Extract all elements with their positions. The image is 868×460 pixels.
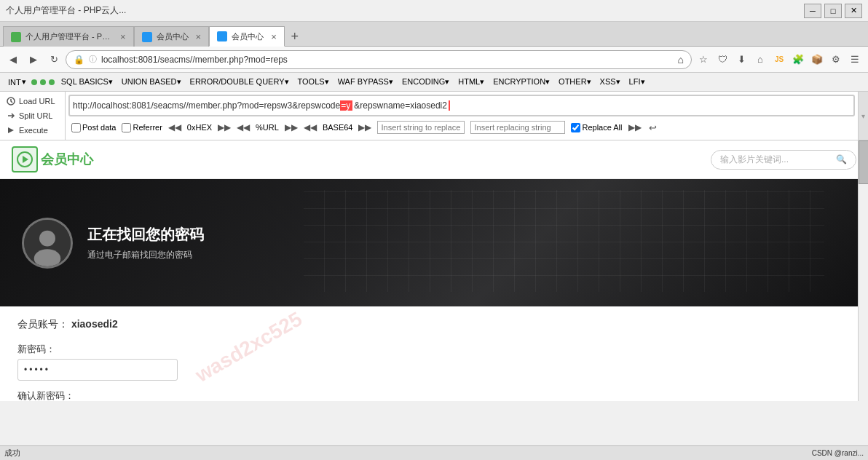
insert-replacing-input[interactable] (470, 121, 565, 134)
0xhex-arrow-right: ▶▶ (218, 122, 231, 132)
undo-icon[interactable]: ↩ (647, 122, 659, 133)
other-menu[interactable]: OTHER▾ (555, 76, 595, 88)
js-icon[interactable]: JS (770, 51, 788, 68)
confirm-password-group: 确认新密码： (17, 389, 851, 401)
site-header: 会员中心 输入影片关键词... 🔍 (0, 140, 868, 179)
referrer-label: Referrer (133, 123, 162, 132)
shield-icon[interactable]: 🛡 (714, 51, 731, 68)
url-input[interactable]: http://localhost:8081/seacms//member.php… (68, 95, 855, 116)
post-data-checkbox[interactable]: Post data (71, 123, 116, 132)
replace-all-check[interactable] (571, 123, 580, 132)
tab-close-1[interactable]: × (120, 31, 126, 42)
logo-icon (12, 146, 38, 172)
tab-label-3: 会员中心 (232, 31, 264, 42)
hackbar-url-area: http://localhost:8081/seacms//member.php… (66, 92, 858, 140)
address-text[interactable]: localhost:8081/seacms//member.php?mod=re… (101, 55, 674, 65)
referrer-checkbox[interactable]: Referrer (122, 123, 162, 132)
address-input-wrap[interactable]: 🔒 ⓘ localhost:8081/seacms//member.php?mo… (66, 50, 692, 69)
hero-banner: 正在找回您的密码 通过电子邮箱找回您的密码 (0, 179, 868, 306)
hero-subtitle: 通过电子邮箱找回您的密码 (87, 249, 204, 261)
status-text: 成功 (4, 448, 20, 459)
encoding-menu[interactable]: ENCODING▾ (398, 76, 453, 88)
base64-arrow-left: ◀◀ (304, 122, 317, 132)
status-bar: 成功 CSDN @ranzi... (0, 445, 868, 460)
sql-dot-3 (49, 79, 55, 85)
tab-close-3[interactable]: × (271, 31, 277, 42)
tools-menu[interactable]: TOOLS▾ (294, 76, 333, 88)
hackbar-button-panel: Load URL Split URL Execute (0, 92, 66, 140)
encryption-menu[interactable]: ENCRYPTION▾ (489, 76, 553, 88)
split-url-icon (6, 111, 16, 121)
referrer-check[interactable] (122, 123, 131, 132)
window-title: 个人用户管理平台 - PHP云人... (6, 4, 126, 17)
union-based-menu[interactable]: UNION BASED▾ (118, 76, 185, 88)
tab-3[interactable]: 会员中心 × (209, 26, 285, 47)
new-password-input[interactable] (17, 359, 178, 381)
forward-button[interactable]: ▶ (25, 51, 42, 68)
tab-bar: 个人用户管理平台 - PHP云人... × 会员中心 × 会员中心 × + (0, 22, 868, 47)
menu-icon[interactable]: ☰ (846, 51, 864, 68)
search-icon[interactable]: 🔍 (836, 154, 847, 164)
extension-icon[interactable]: 🧩 (789, 51, 807, 68)
refresh-button[interactable]: ↻ (45, 51, 63, 68)
load-url-button[interactable]: Load URL (1, 95, 63, 108)
base64-arrow-right: ▶▶ (358, 122, 371, 132)
lfi-menu[interactable]: LFI▾ (626, 76, 649, 88)
hackbar: Load URL Split URL Execute http://localh… (0, 92, 868, 140)
title-bar: 个人用户管理平台 - PHP云人... ─ □ ✕ (0, 0, 868, 22)
addon-icon[interactable]: 📦 (808, 51, 826, 68)
int-label: INT (8, 78, 21, 87)
pcturl-label: %URL (256, 123, 279, 132)
insert-replace-input[interactable] (377, 121, 465, 134)
xss-menu[interactable]: XSS▾ (596, 76, 624, 88)
home-nav-icon[interactable]: ⌂ (751, 51, 769, 68)
sql-basics-menu[interactable]: SQL BASICS▾ (58, 76, 117, 88)
new-password-group: 新密码： (17, 343, 851, 381)
base64-label: BASE64 (323, 123, 353, 132)
new-password-label: 新密码： (17, 343, 851, 356)
int-selector[interactable]: INT ▾ (4, 76, 30, 88)
close-button[interactable]: ✕ (845, 4, 862, 18)
int-chevron: ▾ (22, 77, 26, 87)
tab-favicon-1 (11, 32, 21, 42)
load-url-label: Load URL (19, 97, 55, 106)
tab-close-2[interactable]: × (196, 31, 202, 42)
tab-1[interactable]: 个人用户管理平台 - PHP云人... × (3, 26, 134, 47)
scrollbar-track[interactable] (858, 140, 868, 401)
waf-bypass-menu[interactable]: WAF BYPASS▾ (334, 76, 397, 88)
lock-icon: 🔒 (74, 55, 84, 65)
logo-text: 会员中心 (41, 151, 93, 168)
maximize-button[interactable]: □ (824, 4, 842, 18)
split-url-button[interactable]: Split URL (1, 109, 63, 122)
new-tab-button[interactable]: + (285, 26, 305, 47)
error-query-menu[interactable]: ERROR/DOUBLE QUERY▾ (186, 76, 293, 88)
site-search[interactable]: 输入影片关键词... 🔍 (711, 150, 856, 170)
toolbar-right: ☆ 🛡 ⬇ ⌂ JS 🧩 📦 ⚙ ☰ (695, 51, 864, 68)
replace-all-label: Replace All (582, 123, 622, 132)
address-bar: ◀ ▶ ↻ 🔒 ⓘ localhost:8081/seacms//member.… (0, 47, 868, 73)
star-icon[interactable]: ☆ (695, 51, 712, 68)
scrollbar-thumb[interactable] (859, 140, 868, 184)
pcturl-arrow-right: ▶▶ (285, 122, 298, 132)
sql-dot-2 (40, 79, 46, 85)
settings-icon[interactable]: ⚙ (827, 51, 845, 68)
post-data-check[interactable] (71, 123, 81, 132)
download-icon[interactable]: ⬇ (733, 51, 750, 68)
pcturl-arrow-left: ◀◀ (237, 122, 250, 132)
replace-all-checkbox[interactable]: Replace All (571, 123, 622, 132)
hero-text: 正在找回您的密码 通过电子邮箱找回您的密码 (87, 225, 204, 261)
circle-icon: ⓘ (89, 54, 97, 65)
html-menu[interactable]: HTML▾ (454, 76, 488, 88)
svg-point-5 (39, 230, 55, 246)
execute-icon (6, 125, 16, 135)
execute-button[interactable]: Execute (1, 124, 63, 137)
minimize-button[interactable]: ─ (804, 4, 821, 18)
tab-2[interactable]: 会员中心 × (134, 26, 210, 47)
home-icon: ⌂ (678, 54, 684, 66)
hackbar-scroll-indicator: ▾ (861, 112, 865, 120)
url-val-highlight: &repswname=xiaosedi2 (351, 100, 450, 111)
svg-marker-1 (8, 127, 14, 133)
back-button[interactable]: ◀ (4, 51, 22, 68)
0xhex-label: 0xHEX (187, 123, 212, 132)
tab-label-1: 个人用户管理平台 - PHP云人... (25, 31, 113, 42)
